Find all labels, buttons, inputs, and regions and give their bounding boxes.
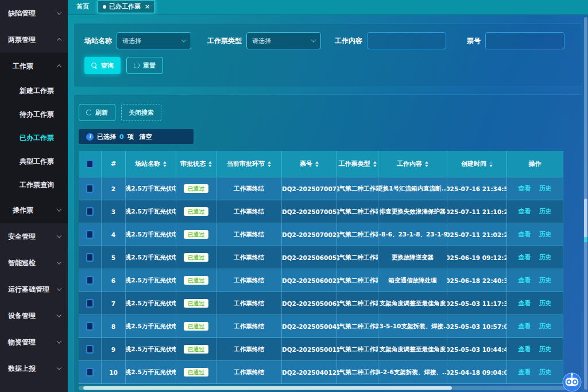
sort-carets-icon[interactable] — [208, 161, 212, 167]
chevron-down-icon — [57, 233, 61, 238]
row-checkbox[interactable] — [86, 299, 94, 308]
vertical-scrollbar-thumb[interactable] — [584, 199, 587, 242]
approval-status-cell: 已通过 — [176, 315, 216, 338]
work-content-input[interactable] — [367, 32, 446, 49]
row-checkbox[interactable] — [86, 368, 94, 377]
view-link[interactable]: 查看 — [519, 299, 531, 308]
content-area: 场站名称 请选择 工作票类型 请选择 工作内 — [68, 15, 588, 392]
history-link[interactable]: 历史 — [539, 276, 552, 285]
work-content-cell: 23-5-10支架拆装、焊接... — [378, 315, 447, 338]
approval-step-cell: 工作票终结 — [216, 223, 282, 246]
vertical-scrollbar[interactable] — [584, 17, 587, 390]
row-number-cell: 8 — [102, 315, 126, 338]
sidebar-item-5[interactable]: 已办工作票 — [0, 126, 68, 150]
ticket-no-cell: DQ2-202504012 — [282, 361, 337, 384]
header-cell-5[interactable]: 工作票类型 — [337, 151, 378, 177]
sidebar-item-10[interactable]: 智能巡检 — [0, 250, 68, 276]
sidebar-item-9[interactable]: 安全管理 — [0, 223, 68, 250]
history-link[interactable]: 历史 — [539, 253, 552, 262]
history-link[interactable]: 历史 — [539, 368, 552, 377]
sidebar-item-3[interactable]: 新建工作票 — [0, 79, 68, 103]
station-select[interactable]: 请选择 — [117, 32, 191, 49]
table-toolbar: 刷新 关闭搜索 — [79, 104, 577, 121]
row-checkbox[interactable] — [86, 184, 94, 193]
status-badge: 已通过 — [184, 230, 208, 239]
clear-selection-button[interactable]: 清空 — [140, 133, 152, 141]
assistant-robot-icon[interactable] — [560, 370, 583, 392]
header-cell-2[interactable]: 审批状态 — [176, 151, 216, 177]
tab-home[interactable]: 首页 — [71, 1, 94, 14]
sidebar-item-12[interactable]: 设备管理 — [0, 302, 68, 329]
approval-status-cell: 已通过 — [176, 361, 216, 384]
header-cell-6[interactable]: 工作内容 — [378, 151, 447, 177]
station-name-cell: 临洮2.5万千瓦光伏电.. — [126, 223, 176, 246]
sidebar-item-4[interactable]: 待办工作票 — [0, 103, 68, 126]
view-link[interactable]: 查看 — [519, 230, 531, 239]
header-label: 操作 — [529, 160, 541, 168]
sidebar-item-0[interactable]: 缺陷管理 — [0, 0, 68, 26]
sidebar-item-11[interactable]: 运行基础管理 — [0, 276, 68, 302]
approval-status-cell: 已通过 — [176, 177, 216, 200]
row-checkbox[interactable] — [86, 230, 94, 239]
sort-carets-icon[interactable] — [489, 161, 493, 167]
sidebar-item-6[interactable]: 典型工作票 — [0, 150, 68, 173]
sort-carets-icon[interactable] — [163, 161, 167, 167]
sidebar-item-8[interactable]: 操作票 — [0, 197, 68, 223]
row-checkbox[interactable] — [86, 345, 94, 354]
view-link[interactable]: 查看 — [519, 368, 531, 377]
row-checkbox[interactable] — [86, 207, 94, 216]
view-link[interactable]: 查看 — [519, 207, 531, 216]
row-checkbox-cell — [79, 177, 102, 200]
history-link[interactable]: 历史 — [539, 230, 552, 239]
view-link[interactable]: 查看 — [519, 345, 531, 354]
view-link[interactable]: 查看 — [519, 276, 531, 285]
tab-done-work-tickets[interactable]: 已办工作票 × — [98, 0, 155, 13]
sidebar-item-1[interactable]: 两票管理 — [0, 26, 68, 53]
history-link[interactable]: 历史 — [539, 322, 552, 331]
history-link[interactable]: 历史 — [539, 184, 552, 193]
horizontal-scrollbar[interactable] — [79, 386, 577, 390]
sidebar-item-2[interactable]: 工作票 — [0, 53, 68, 79]
table-row: 8临洮2.5万千瓦光伏电..已通过工作票终结DQ2-202505004电气第二种… — [79, 315, 563, 338]
sidebar-item-13[interactable]: 物资管理 — [0, 329, 68, 355]
view-link[interactable]: 查看 — [519, 253, 531, 262]
header-cell-3[interactable]: 当前审批环节 — [216, 151, 282, 177]
row-checkbox-cell — [79, 246, 102, 269]
tab-close-icon[interactable]: × — [145, 3, 150, 10]
station-name-cell: 临洮2.5万千瓦光伏电.. — [126, 177, 176, 200]
reset-button[interactable]: 重置 — [126, 57, 163, 74]
sort-carets-icon[interactable] — [315, 161, 319, 167]
history-link[interactable]: 历史 — [539, 345, 552, 354]
ticket-type-select[interactable]: 请选择 — [246, 32, 321, 49]
tab-bar: 首页 已办工作票 × — [68, 0, 588, 15]
header-cell-1[interactable]: 场站名称 — [126, 151, 176, 177]
sort-carets-icon[interactable] — [268, 161, 271, 167]
header-cell-7[interactable]: 创建时间 — [447, 151, 507, 177]
sidebar-item-7[interactable]: 工作票查询 — [0, 173, 68, 197]
work-ticket-table: #场站名称审批状态当前审批环节票号工作票类型工作内容创建时间操作2临洮2.5万千… — [79, 151, 563, 384]
view-link[interactable]: 查看 — [519, 184, 531, 193]
header-cell-4[interactable]: 票号 — [282, 151, 337, 177]
row-checkbox[interactable] — [86, 276, 94, 285]
row-checkbox-cell — [79, 292, 102, 315]
ticket-no-input[interactable] — [485, 32, 564, 49]
history-link[interactable]: 历史 — [539, 207, 552, 216]
query-button[interactable]: 查询 — [84, 57, 121, 74]
history-link[interactable]: 历史 — [539, 299, 552, 308]
close-search-button[interactable]: 关闭搜索 — [121, 104, 161, 121]
sidebar-item-14[interactable]: 数据上报 — [0, 355, 68, 382]
ticket-type-select-value: 请选择 — [252, 37, 271, 45]
view-link[interactable]: 查看 — [519, 322, 531, 331]
status-badge: 已通过 — [184, 299, 208, 308]
row-number-cell: 3 — [102, 200, 126, 223]
sidebar-item-label: 待办工作票 — [20, 110, 54, 119]
refresh-button[interactable]: 刷新 — [79, 104, 115, 121]
sort-carets-icon[interactable] — [373, 161, 377, 167]
horizontal-scrollbar-thumb[interactable] — [83, 386, 452, 390]
station-name-label: 场站名称 — [84, 36, 112, 46]
sort-carets-icon[interactable] — [425, 161, 428, 167]
row-checkbox[interactable] — [86, 253, 94, 262]
select-all-checkbox[interactable] — [86, 160, 94, 168]
header-label: 当前审批环节 — [227, 160, 265, 168]
row-checkbox[interactable] — [86, 322, 94, 331]
